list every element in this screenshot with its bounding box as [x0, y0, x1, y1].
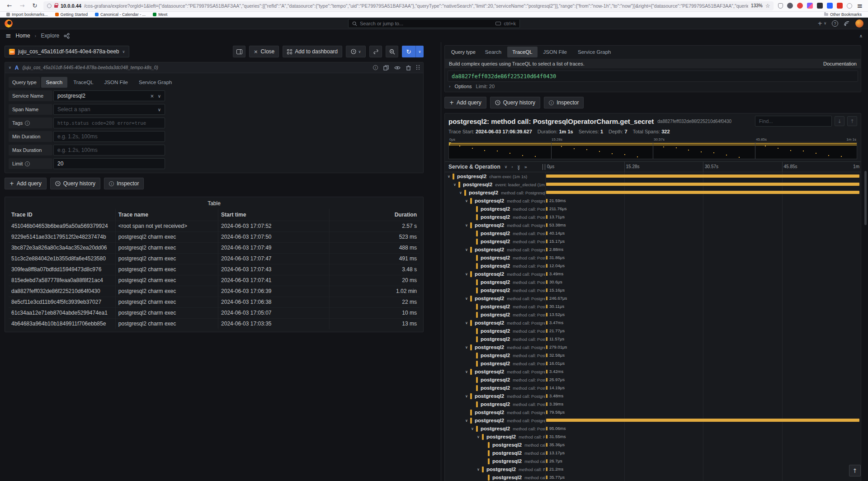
span-timeline[interactable]: 35.36μs [545, 441, 861, 449]
chevron-down-icon[interactable]: ∨ [158, 94, 161, 99]
span-row[interactable]: postgresql2method call: Postgre25.97μs [445, 376, 861, 384]
span-timeline[interactable]: 31.55ms [545, 433, 861, 441]
span-timeline[interactable]: 3.48ms [545, 392, 861, 400]
span-row[interactable]: postgresql2method call: Postgre16.01μs [445, 359, 861, 368]
span-duration-bar[interactable] [546, 305, 547, 308]
camera-extension-icon[interactable] [787, 3, 793, 9]
span-collapse-icon[interactable]: ∨ [465, 419, 470, 423]
span-timeline[interactable]: 14.19μs [545, 384, 861, 392]
span-collapse-icon[interactable]: ∨ [465, 297, 470, 301]
span-row[interactable]: postgresql2method call: Postgre13.71μs [445, 213, 861, 221]
documentation-link[interactable]: Documentation [823, 61, 857, 66]
trace-minimap[interactable]: 0μs15.28s30.57s45.85s1m 1s [448, 137, 857, 159]
span-row[interactable]: ∨postgresql2method call: PostgresqlO [445, 416, 861, 424]
tab-search[interactable]: Search [480, 47, 506, 57]
find-next-button[interactable]: ↑ [847, 116, 857, 126]
span-row[interactable]: postgresql2method call: Postgre3.39ms [445, 400, 861, 408]
span-name-column[interactable]: postgresql2method call: Postgre [445, 278, 545, 286]
span-row[interactable]: postgresql2method call: Postgre211.76μs [445, 205, 861, 213]
span-name-column[interactable]: ∨postgresql2method call: PostgresqlO [445, 270, 545, 278]
span-timeline[interactable] [545, 189, 861, 197]
span-row[interactable]: postgresql2method call:26.7μs [445, 457, 861, 465]
help-icon[interactable]: ? [832, 20, 838, 27]
span-duration-bar[interactable] [546, 410, 547, 414]
span-row[interactable]: postgresql2method call: Postgre15.17μs [445, 237, 861, 245]
collapse-icon[interactable]: ∧ [859, 33, 863, 38]
max-duration-input[interactable] [57, 147, 161, 153]
span-timeline[interactable]: 12.04μs [545, 262, 861, 270]
options-row[interactable]: › Options Limit: 20 [445, 84, 861, 89]
back-icon[interactable]: ← [5, 2, 14, 9]
span-row[interactable]: ∨postgresql2method call: Post21.2ms [445, 465, 861, 473]
span-timeline[interactable]: 25.97μs [545, 376, 861, 384]
span-timeline[interactable]: 16.01μs [545, 359, 861, 368]
span-name-column[interactable]: postgresql2method call: Postgre [445, 254, 545, 262]
span-collapse-icon[interactable]: ∨ [448, 174, 453, 179]
query-row-header[interactable]: ∨ A (juju_cos_45a161df-5445-40e4-878a-be… [5, 62, 423, 73]
span-collapse-icon[interactable]: ∨ [459, 191, 464, 195]
news-icon[interactable] [844, 21, 850, 26]
find-input[interactable] [755, 116, 832, 127]
breadcrumb-home[interactable]: Home [16, 33, 30, 39]
span-row[interactable]: postgresql2method call: Postgre40.14μs [445, 229, 861, 237]
close-split-button[interactable]: × Close [249, 46, 279, 57]
span-row[interactable]: ∨postgresql2method call: PostgresqlO21.5… [445, 197, 861, 205]
pen-extension-icon[interactable] [817, 3, 823, 9]
span-timeline[interactable]: 30.11μs [545, 302, 861, 311]
span-name-column[interactable]: ∨postgresql2method call: PostgresqlO [445, 416, 545, 424]
span-duration-bar[interactable] [546, 337, 547, 341]
trace-id-link[interactable]: 4b64683a964b10b1849911f706ebb85e [9, 318, 115, 329]
datasource-picker[interactable]: juju_cos_45a161df-5445-40e4-878a-beeb ∨ [5, 46, 129, 57]
span-name-column[interactable]: postgresql2method call: Postgre [445, 213, 545, 221]
tab-search[interactable]: Search [41, 77, 67, 88]
browser-menu-icon[interactable]: ≡ [857, 2, 863, 10]
span-row[interactable]: ∨postgresql2method call: PostgresqlO279.… [445, 343, 861, 351]
span-duration-bar[interactable] [546, 378, 547, 382]
trace-id-link[interactable]: 8e5cf11e3cd11b9c4f5fc3939eb37027 [9, 297, 115, 307]
span-duration-bar[interactable] [546, 451, 547, 455]
tags-field[interactable] [53, 118, 165, 128]
span-duration-bar[interactable] [546, 402, 547, 406]
span-name-column[interactable]: ∨postgresql2method call: PostgresqlO [445, 319, 545, 327]
trace-id-link[interactable]: 9229e5141ae33c179512f2e48237474b [9, 231, 115, 242]
span-timeline[interactable]: 31.86μs [545, 254, 861, 262]
span-timeline[interactable]: 40.14μs [545, 229, 861, 237]
span-duration-bar[interactable] [546, 231, 547, 235]
collapse-all-icon[interactable]: ∨∨ [517, 165, 520, 169]
add-to-dashboard-button[interactable]: Add to dashboard [283, 46, 342, 57]
span-timeline[interactable]: 35.77μs [545, 473, 861, 481]
span-name-column[interactable]: postgresql2method call: Postgre [445, 376, 545, 384]
span-name-column[interactable]: postgresql2method call: Postgre [445, 311, 545, 319]
permissions-icon[interactable] [47, 4, 52, 8]
span-name-column[interactable]: ∨postgresql2method call: PostgresqlO [445, 197, 545, 205]
column-header-duration[interactable]: Duration [329, 209, 420, 221]
span-duration-bar[interactable] [546, 280, 547, 284]
traceql-query-editor[interactable]: da8827feff032de86f225210d64f0430 [448, 71, 858, 82]
new-button[interactable]: +∨ [817, 20, 826, 27]
span-duration-bar[interactable] [546, 459, 547, 463]
tab-service-graph[interactable]: Service Graph [134, 77, 177, 88]
ghost-extension-icon[interactable] [847, 3, 852, 9]
span-name-column[interactable]: ∨postgresql2event: leader_elected (1m 1s… [445, 180, 545, 189]
trace-id-link[interactable]: 61c34aa12e71eb8704abde5299474ea1 [9, 307, 115, 318]
bookmark-star-icon[interactable]: ☆ [765, 3, 770, 9]
span-collapse-icon[interactable]: ∨ [453, 183, 458, 187]
bookmark-item[interactable]: Meet [153, 12, 167, 17]
span-timeline[interactable]: 211.76μs [545, 205, 861, 213]
span-name-column[interactable]: ∨postgresql2method call: PostgresqlO [445, 392, 545, 400]
span-name-column[interactable]: postgresql2method call: Postgre [445, 237, 545, 245]
column-header-start-time[interactable]: Start time [218, 209, 329, 221]
trace-id-link[interactable]: 815edebd7a587778feaa0a88f8f21ac4 [9, 275, 115, 286]
span-row[interactable]: ∨postgresql2method call: PostgresqlO3.42… [445, 368, 861, 376]
span-name-column[interactable]: postgresql2method call: Postgre [445, 327, 545, 335]
span-row[interactable]: ∨postgresql2method call: PostgresqlO2.88… [445, 245, 861, 254]
span-duration-bar[interactable] [546, 248, 547, 251]
span-name-select[interactable]: Select a span ∨ [53, 104, 165, 115]
span-row[interactable]: ∨postgresql2method call: PostgresqlO53.3… [445, 221, 861, 229]
split-view-button[interactable] [233, 46, 245, 57]
bookmark-item[interactable]: Canonical - Calendar - ... [95, 12, 146, 17]
span-timeline[interactable]: 3.42ms [545, 368, 861, 376]
span-row[interactable]: postgresql2method call: Postgre11.57μs [445, 335, 861, 343]
span-name-column[interactable]: postgresql2method call: Postgre [445, 229, 545, 237]
mega-menu-icon[interactable]: ≡ [5, 32, 11, 40]
